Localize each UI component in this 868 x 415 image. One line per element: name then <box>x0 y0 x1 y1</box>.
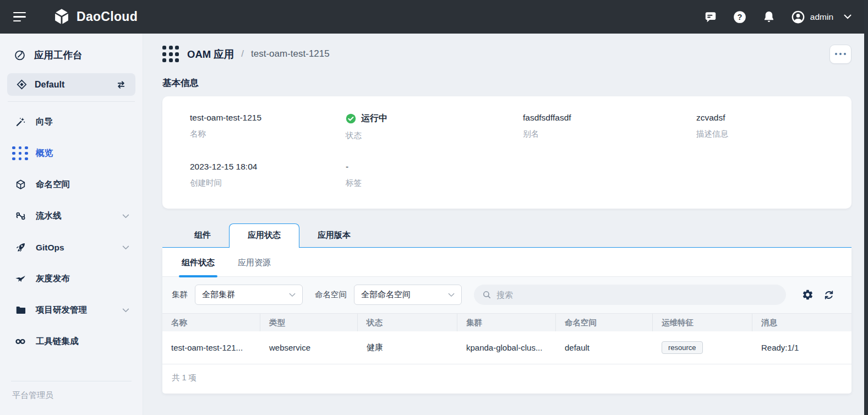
field-label: 别名 <box>523 129 696 139</box>
field-label: 标签 <box>346 178 523 188</box>
sidebar-item-label: 命名空间 <box>36 179 70 190</box>
field-created-at: 2023-12-15 18:04 创建时间 <box>190 162 346 188</box>
field-name: test-oam-test-1215 名称 <box>190 113 346 141</box>
search-box[interactable] <box>474 285 786 305</box>
chevron-down-icon <box>122 245 129 250</box>
col-name[interactable]: 名称 <box>162 314 260 331</box>
cluster-select-value: 全部集群 <box>202 290 235 300</box>
field-label: 名称 <box>190 129 346 139</box>
sidebar-item-label: GitOps <box>36 243 64 253</box>
field-status: 运行中 状态 <box>346 113 523 141</box>
cell-name[interactable]: test-oam-test-121... <box>162 331 260 364</box>
scrollbar[interactable] <box>864 0 868 415</box>
user-menu[interactable]: admin <box>791 10 851 24</box>
subtab-component-status[interactable]: 组件状态 <box>182 258 215 276</box>
pipeline-icon <box>14 210 26 222</box>
cell-cluster: kpanda-global-clus... <box>457 331 556 364</box>
col-status[interactable]: 状态 <box>358 314 457 331</box>
oam-app-grid-icon <box>162 46 179 62</box>
more-actions-button[interactable] <box>829 45 851 64</box>
workspace-switcher[interactable]: Default <box>7 73 135 96</box>
field-labels: - 标签 <box>346 162 523 188</box>
search-icon <box>482 290 492 299</box>
col-type[interactable]: 类型 <box>260 314 358 331</box>
table-row[interactable]: test-oam-test-121... webservice 健康 kpand… <box>162 331 851 364</box>
chevron-down-icon <box>844 14 851 19</box>
workspace-title: 应用工作台 <box>34 48 83 62</box>
gear-icon[interactable] <box>801 289 814 301</box>
sidebar-item-project-management[interactable]: 项目研发管理 <box>0 294 143 326</box>
swap-workspace-icon[interactable] <box>115 79 127 91</box>
sidebar-footer-role: 平台管理员 <box>11 381 132 415</box>
main-content: OAM 应用 / test-oam-test-1215 基本信息 test-oa… <box>143 34 868 415</box>
sidebar-item-overview[interactable]: 概览 <box>0 138 143 169</box>
breadcrumb: OAM 应用 / test-oam-test-1215 <box>162 41 851 67</box>
field-alias: fasdfsdffasdf 别名 <box>523 113 696 141</box>
col-cluster[interactable]: 集群 <box>457 314 556 331</box>
daocloud-app: DaoCloud ? <box>0 0 868 415</box>
topbar: DaoCloud ? <box>0 0 868 34</box>
tab-app-status[interactable]: 应用状态 <box>229 223 299 248</box>
field-value: 2023-12-15 18:04 <box>190 162 346 172</box>
gem-icon <box>15 79 28 91</box>
subtab-app-resources[interactable]: 应用资源 <box>238 258 271 276</box>
table-header: 名称 类型 状态 集群 命名空间 运维特征 消息 <box>162 313 851 331</box>
col-namespace[interactable]: 命名空间 <box>556 314 653 331</box>
search-input[interactable] <box>496 290 778 299</box>
sidebar-item-label: 流水线 <box>36 210 62 222</box>
cluster-filter-label: 集群 <box>172 290 188 300</box>
workspace-header: 应用工作台 <box>0 34 143 71</box>
sidebar-item-gray-release[interactable]: 灰度发布 <box>0 263 143 294</box>
sidebar-item-label: 向导 <box>36 116 53 128</box>
sidebar-item-pipeline[interactable]: 流水线 <box>0 200 143 232</box>
field-label: 创建时间 <box>190 178 346 188</box>
sidebar-item-label: 概览 <box>36 148 53 159</box>
cube-icon <box>14 179 26 191</box>
namespace-select[interactable]: 全部命名空间 <box>354 285 462 305</box>
compose-icon <box>14 49 26 61</box>
help-icon[interactable]: ? <box>733 10 747 24</box>
svg-text:?: ? <box>737 13 742 21</box>
trait-tag[interactable]: resource <box>662 341 703 354</box>
sidebar-item-label: 项目研发管理 <box>36 304 87 316</box>
table-total: 共 1 项 <box>162 364 851 394</box>
sub-tabs: 组件状态 应用资源 <box>162 248 851 277</box>
namespace-select-value: 全部命名空间 <box>361 290 411 300</box>
cluster-select[interactable]: 全部集群 <box>195 285 303 305</box>
sidebar-item-namespace[interactable]: 命名空间 <box>0 169 143 200</box>
status-success-icon <box>346 113 356 124</box>
breadcrumb-root[interactable]: OAM 应用 <box>187 47 234 61</box>
daocloud-logo-icon <box>52 8 71 26</box>
field-label: 描述信息 <box>696 129 829 139</box>
sidebar-nav: 向导 概览 命名空间 <box>0 102 143 357</box>
chat-icon[interactable] <box>703 10 718 24</box>
field-value: test-oam-test-1215 <box>190 113 346 123</box>
col-traits[interactable]: 运维特征 <box>653 314 752 331</box>
tab-components[interactable]: 组件 <box>176 224 229 247</box>
refresh-icon[interactable] <box>823 289 835 301</box>
menu-toggle-icon[interactable] <box>13 9 26 25</box>
grid-dots-icon <box>14 148 26 160</box>
cell-namespace: default <box>556 331 653 364</box>
field-description: zcvadsf 描述信息 <box>696 113 829 141</box>
breadcrumb-separator: / <box>241 48 244 59</box>
col-message[interactable]: 消息 <box>752 314 851 331</box>
tab-app-versions[interactable]: 应用版本 <box>299 224 369 247</box>
sidebar-item-wizard[interactable]: 向导 <box>0 106 143 138</box>
namespace-filter-label: 命名空间 <box>315 290 347 300</box>
chevron-down-icon <box>122 308 129 313</box>
brand-name: DaoCloud <box>77 9 138 24</box>
sidebar-item-toolchain[interactable]: 工具链集成 <box>0 326 143 357</box>
bird-icon <box>14 273 26 285</box>
breadcrumb-current: test-oam-test-1215 <box>251 48 330 59</box>
cell-message: Ready:1/1 <box>752 331 851 364</box>
wand-icon <box>14 116 26 128</box>
avatar-icon <box>791 10 805 24</box>
sidebar: 应用工作台 Default <box>0 34 143 415</box>
chevron-down-icon <box>448 293 455 297</box>
rocket-icon <box>14 242 26 254</box>
sidebar-item-gitops[interactable]: GitOps <box>0 232 143 263</box>
notifications-bell-icon[interactable] <box>762 10 776 24</box>
sidebar-item-label: 工具链集成 <box>36 336 79 347</box>
workspace-name: Default <box>35 80 64 90</box>
